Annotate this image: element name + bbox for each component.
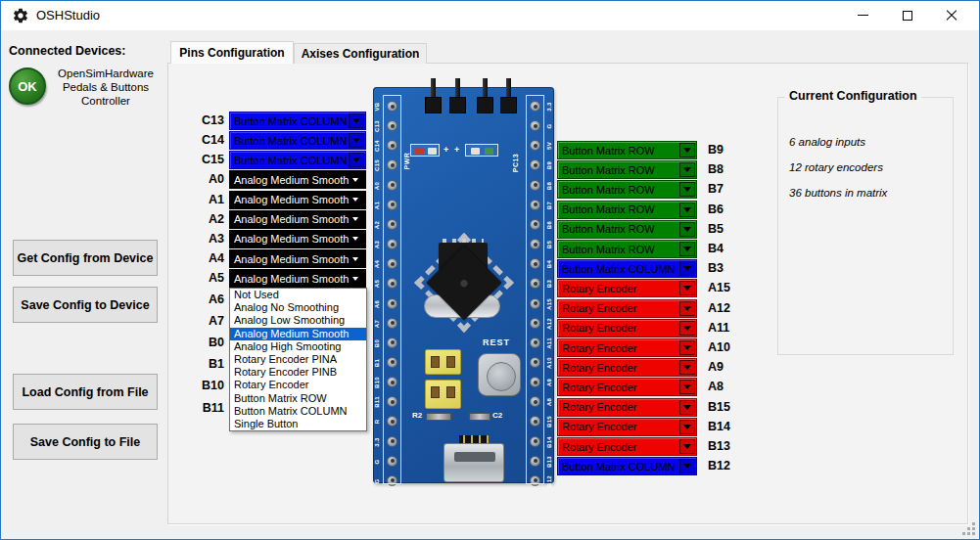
pin-function-dropdown[interactable]: Analog Medium Smooth bbox=[229, 210, 366, 229]
save-config-to-file-button[interactable]: Save Config to File bbox=[13, 424, 158, 460]
pin-label-B1: B1 bbox=[183, 357, 224, 371]
pin-label-A0: A0 bbox=[183, 172, 224, 186]
dropdown-arrow-button[interactable] bbox=[679, 242, 695, 256]
pin-function-dropdown[interactable]: Rotary Encoder bbox=[557, 279, 697, 297]
pin-label-B15: B15 bbox=[708, 400, 730, 414]
dropdown-arrow-button[interactable] bbox=[679, 143, 695, 158]
dropdown-option[interactable]: Rotary Encoder bbox=[230, 379, 366, 391]
dropdown-arrow-button[interactable] bbox=[679, 459, 695, 473]
dropdown-option[interactable]: Rotary Encoder PINA bbox=[230, 353, 366, 366]
c2-label: C2 bbox=[492, 411, 502, 420]
dropdown-option[interactable]: Analog Low Smoothing bbox=[230, 314, 366, 327]
pin-function-dropdown[interactable]: Rotary Encoder bbox=[557, 398, 697, 417]
tab-pins-configuration[interactable]: Pins Configuration bbox=[170, 41, 294, 64]
dropdown-option[interactable]: Rotary Encoder PINB bbox=[230, 366, 366, 379]
dropdown-arrow-button[interactable] bbox=[679, 301, 695, 316]
pin-function-dropdown[interactable]: Analog Medium Smooth bbox=[229, 230, 366, 248]
pin-function-dropdown[interactable]: Analog Medium Smooth bbox=[229, 269, 366, 288]
close-button[interactable] bbox=[929, 1, 973, 29]
pin-function-dropdown[interactable]: Button Matrix ROW bbox=[557, 201, 697, 219]
dropdown-arrow-button[interactable] bbox=[349, 113, 364, 128]
pin-label-B3: B3 bbox=[708, 261, 723, 275]
dropdown-arrow-button[interactable] bbox=[679, 380, 695, 394]
pin-label-C13: C13 bbox=[183, 113, 224, 127]
pin-function-dropdown[interactable]: Rotary Encoder bbox=[557, 418, 697, 436]
dropdown-arrow-button[interactable] bbox=[679, 281, 695, 295]
dropdown-option[interactable]: Button Matrix ROW bbox=[230, 392, 366, 405]
pin-function-dropdown[interactable]: Rotary Encoder bbox=[557, 299, 697, 318]
dropdown-option[interactable]: Button Matrix COLUMN bbox=[230, 405, 366, 418]
chevron-down-icon bbox=[683, 148, 691, 153]
pin-function-dropdown[interactable]: Button Matrix ROW bbox=[557, 240, 697, 258]
load-config-from-file-button[interactable]: Load Config from File bbox=[13, 374, 158, 410]
pin-function-dropdown[interactable]: Rotary Encoder bbox=[557, 358, 697, 377]
gear-icon bbox=[12, 7, 29, 24]
pin-function-dropdown[interactable]: Button Matrix ROW bbox=[557, 160, 697, 179]
pin-function-dropdown[interactable]: Button Matrix COLUMN bbox=[229, 151, 366, 169]
dropdown-option[interactable]: Analog High Smooting bbox=[230, 340, 366, 353]
resize-grip[interactable] bbox=[962, 522, 975, 535]
chevron-down-icon bbox=[683, 266, 691, 271]
pwr-label: PWR bbox=[403, 153, 410, 170]
dropdown-arrow-button[interactable] bbox=[679, 400, 695, 415]
dropdown-arrow-button[interactable] bbox=[679, 321, 695, 336]
save-config-to-device-button[interactable]: Save Config to Device bbox=[13, 287, 158, 323]
dropdown-arrow-button[interactable] bbox=[679, 182, 695, 197]
pin-function-dropdown[interactable]: Rotary Encoder bbox=[557, 437, 697, 456]
pin-label-B8: B8 bbox=[708, 162, 723, 176]
dropdown-arrow-button[interactable] bbox=[679, 420, 695, 434]
dropdown-arrow-button[interactable] bbox=[679, 439, 695, 454]
tab-axises-configuration[interactable]: Axises Configuration bbox=[294, 43, 427, 64]
pin-label-B11: B11 bbox=[183, 401, 224, 415]
pin-function-open-dropdown: Not UsedAnalog No SmoothingAnalog Low Sm… bbox=[229, 288, 367, 431]
dropdown-arrow-button[interactable] bbox=[679, 162, 695, 177]
dropdown-arrow-button[interactable] bbox=[679, 360, 695, 375]
pc13-label: PC13 bbox=[512, 154, 519, 173]
board-pin-silk-label: G bbox=[373, 470, 381, 493]
current-configuration-title: Current Configuration bbox=[785, 89, 921, 103]
dropdown-option[interactable]: Analog Medium Smooth bbox=[230, 328, 366, 340]
dropdown-option[interactable]: Not Used bbox=[230, 289, 366, 301]
dropdown-value: Button Matrix ROW bbox=[558, 145, 679, 157]
dropdown-arrow-button[interactable] bbox=[679, 340, 695, 355]
dropdown-value: Rotary Encoder bbox=[558, 362, 679, 374]
dropdown-arrow-button[interactable] bbox=[679, 202, 695, 217]
get-config-from-device-button[interactable]: Get Config from Device bbox=[13, 240, 158, 276]
dropdown-option[interactable]: Analog No Smoothing bbox=[230, 301, 366, 314]
chevron-down-icon bbox=[683, 405, 691, 410]
chevron-down-icon bbox=[352, 178, 358, 182]
pin-label-A8: A8 bbox=[708, 380, 723, 393]
pin-function-dropdown[interactable]: Button Matrix ROW bbox=[557, 141, 697, 159]
dropdown-value: Button Matrix ROW bbox=[558, 184, 679, 196]
maximize-icon bbox=[903, 11, 912, 21]
pin-function-dropdown[interactable]: Rotary Encoder bbox=[557, 338, 697, 357]
chevron-down-icon bbox=[683, 384, 691, 389]
pin-function-dropdown[interactable]: Button Matrix ROW bbox=[557, 180, 697, 199]
dropdown-value: Button Matrix COLUMN bbox=[230, 135, 349, 147]
dropdown-arrow-button[interactable] bbox=[349, 133, 364, 148]
dropdown-arrow-button[interactable] bbox=[349, 153, 364, 167]
pin-function-dropdown[interactable]: Rotary Encoder bbox=[557, 319, 697, 338]
pin-label-C14: C14 bbox=[183, 133, 224, 147]
r2-label: R2 bbox=[412, 411, 422, 420]
pin-function-dropdown[interactable]: Button Matrix COLUMN bbox=[557, 259, 697, 278]
dropdown-arrow-button[interactable] bbox=[679, 261, 695, 276]
pin-function-dropdown[interactable]: Analog Medium Smooth bbox=[229, 170, 366, 189]
dropdown-option[interactable]: Single Button bbox=[230, 418, 366, 430]
r2-resistor bbox=[426, 413, 451, 421]
board-left-silk bbox=[383, 95, 401, 484]
chevron-down-icon bbox=[352, 198, 358, 202]
maximize-button[interactable] bbox=[885, 1, 929, 29]
pin-function-dropdown[interactable]: Button Matrix ROW bbox=[557, 220, 697, 239]
dropdown-arrow-button[interactable] bbox=[679, 222, 695, 237]
pin-label-A10: A10 bbox=[708, 340, 730, 354]
pin-function-dropdown[interactable]: Button Matrix COLUMN bbox=[229, 112, 366, 130]
pin-function-dropdown[interactable]: Rotary Encoder bbox=[557, 378, 697, 396]
pin-function-dropdown[interactable]: Button Matrix COLUMN bbox=[229, 131, 366, 150]
title-bar[interactable]: OSHStudio bbox=[1, 1, 979, 30]
pin-function-dropdown[interactable]: Analog Medium Smooth bbox=[229, 249, 366, 268]
minimize-button[interactable] bbox=[841, 1, 885, 29]
pin-label-B9: B9 bbox=[708, 143, 723, 157]
pin-function-dropdown[interactable]: Button Matrix COLUMN bbox=[557, 457, 697, 475]
pin-function-dropdown[interactable]: Analog Medium Smooth bbox=[229, 191, 366, 209]
